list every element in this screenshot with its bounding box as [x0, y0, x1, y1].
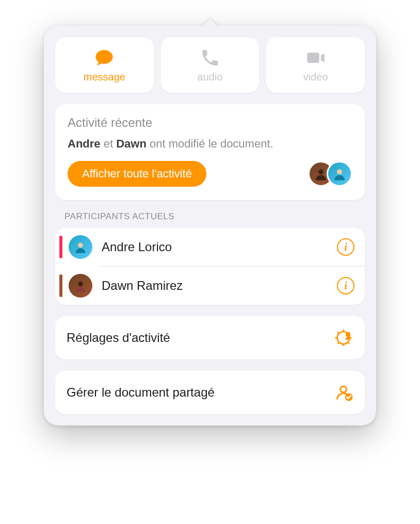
recent-activity-card: Activité récente Andre et Dawn ont modif… — [55, 104, 365, 200]
tab-video[interactable]: vidéo — [266, 37, 365, 93]
recent-suffix: ont modifié le document. — [147, 137, 273, 150]
manage-shared-label: Gérer le document partagé — [67, 385, 215, 400]
tab-video-label: vidéo — [303, 71, 328, 83]
svg-point-1 — [337, 169, 342, 174]
svg-point-2 — [78, 243, 83, 248]
tab-row: message audio vidéo — [55, 37, 365, 93]
recent-name-2: Dawn — [116, 137, 147, 150]
participant-avatar — [69, 235, 92, 259]
person-check-icon — [335, 383, 353, 402]
svg-point-6 — [341, 386, 347, 392]
svg-point-3 — [78, 282, 83, 286]
message-icon — [94, 47, 115, 68]
tab-audio[interactable]: audio — [161, 37, 260, 93]
show-all-activity-button[interactable]: Afficher toute l'activité — [68, 161, 206, 187]
participant-row[interactable]: Dawn Ramirez i — [55, 267, 365, 305]
video-icon — [305, 47, 326, 68]
participant-name: Andre Lorico — [102, 240, 337, 254]
info-button[interactable]: i — [337, 277, 354, 294]
collaboration-popover: message audio vidéo Activité récente And… — [44, 26, 376, 425]
avatar-stack — [315, 161, 352, 187]
phone-icon — [200, 47, 220, 68]
participant-row[interactable]: Andre Lorico i — [55, 228, 365, 266]
svg-point-0 — [318, 169, 324, 174]
recent-conj: et — [101, 137, 117, 150]
participants-list: Andre Lorico i Dawn Ramirez i — [55, 228, 365, 305]
activity-settings-row[interactable]: Réglages d'activité — [55, 316, 365, 359]
tab-message-label: message — [84, 71, 125, 83]
manage-shared-row[interactable]: Gérer le document partagé — [55, 371, 365, 414]
activity-settings-label: Réglages d'activité — [67, 331, 170, 345]
gear-person-icon — [335, 329, 353, 347]
participant-avatar — [69, 274, 92, 298]
participants-header: Participants actuels — [64, 211, 365, 222]
recent-name-1: Andre — [68, 137, 101, 150]
popover-arrow — [202, 19, 218, 27]
avatar-dawn — [327, 161, 352, 187]
participant-name: Dawn Ramirez — [102, 279, 337, 293]
recent-activity-text: Andre et Dawn ont modifié le document. — [68, 137, 352, 151]
recent-activity-title: Activité récente — [68, 116, 352, 130]
tab-audio-label: audio — [198, 71, 223, 83]
presence-stripe — [59, 236, 62, 258]
svg-point-5 — [346, 332, 351, 337]
info-button[interactable]: i — [337, 238, 354, 256]
tab-message[interactable]: message — [55, 37, 154, 93]
activity-row: Afficher toute l'activité — [68, 161, 352, 187]
presence-stripe — [59, 274, 62, 297]
